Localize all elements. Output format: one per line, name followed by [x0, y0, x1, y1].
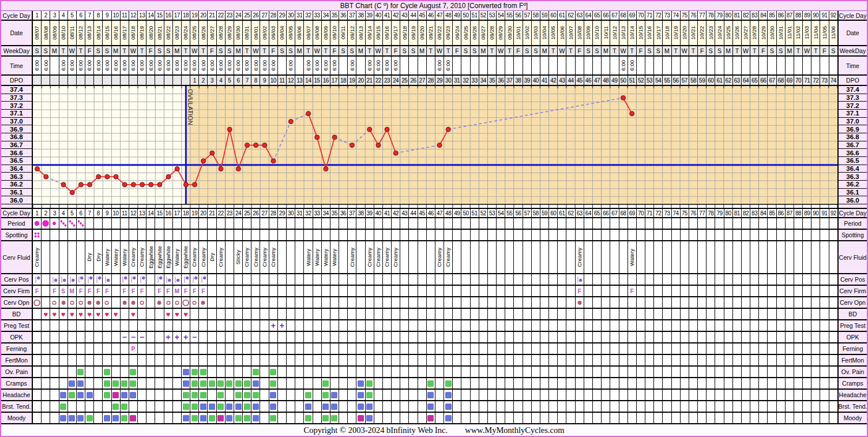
cerv-fluid-value: Eggwhite	[166, 246, 171, 268]
opk-cell	[287, 332, 295, 342]
ferning-cell	[59, 343, 68, 354]
site-link[interactable]: www.MyMonthlyCycles.com	[465, 425, 564, 435]
ov_pain-cell	[523, 367, 532, 377]
cerv_opn-cell	[234, 297, 243, 308]
ferning-cell	[619, 343, 628, 354]
bd-cell	[698, 309, 707, 319]
date-cell: 08/21	[155, 21, 164, 45]
period-cell	[374, 218, 383, 229]
cervix-openness-icon	[182, 298, 190, 307]
cerv_pos-cell	[356, 274, 365, 285]
cerv_firm-cell	[366, 286, 374, 296]
date-value: 08/12	[78, 26, 84, 40]
cerv_pos-cell	[269, 274, 278, 285]
cycleday-cell: 63	[576, 209, 584, 217]
date-value: 10/20	[682, 26, 687, 40]
spotting-cell	[94, 230, 103, 240]
ov_pain-intensity-square	[200, 369, 206, 375]
date-value: 08/27	[209, 26, 215, 40]
weekday-cell: W	[68, 46, 77, 55]
weekday-cell: F	[820, 46, 829, 55]
preg_test-cell	[94, 320, 103, 331]
preg_test-cell	[42, 320, 50, 331]
cervix-firmness-value: M	[70, 288, 74, 294]
ferning-cell	[497, 343, 505, 354]
cerv_opn-cell	[610, 297, 619, 308]
opk-cell	[50, 332, 59, 342]
date-cell: 09/08	[313, 21, 322, 45]
cycleday-cell: 68	[619, 209, 628, 217]
ferning-cell	[488, 343, 497, 354]
opk-cell: −	[129, 332, 138, 342]
dpo-cell	[77, 76, 85, 85]
date-cell: 09/29	[497, 21, 505, 45]
moody-cell	[400, 413, 409, 423]
period-cell	[77, 218, 85, 229]
period-cell	[488, 218, 497, 229]
bd-cell	[523, 309, 532, 319]
dpo-cell	[164, 76, 173, 85]
spotting-cell	[505, 230, 514, 240]
cervix-openness-icon	[85, 298, 93, 307]
cramps-cell	[497, 378, 505, 389]
cycleday-cell: 25	[243, 11, 251, 20]
weekday-cell: W	[681, 46, 689, 55]
cerv_firm-cell	[602, 286, 610, 296]
spotting-cell	[322, 230, 330, 240]
moody-cell	[786, 413, 794, 423]
cerv_fluid-cell	[645, 241, 654, 273]
opk-cell	[715, 332, 724, 342]
headache-cell	[523, 390, 532, 400]
row-label-cerv-firm-right: Cerv Firm	[837, 286, 867, 296]
spotting-cell	[392, 230, 400, 240]
period-cell	[33, 218, 42, 229]
bd-cell: ♥	[77, 309, 85, 319]
date-cell: 08/29	[226, 21, 234, 45]
cervix-openness-icon	[50, 298, 58, 307]
moody-cell	[208, 413, 216, 423]
ov_pain-intensity-square	[183, 369, 189, 375]
fertmon-cell	[689, 355, 698, 365]
cerv-fluid-value: Creamy	[262, 248, 268, 267]
cerv_fluid-cell	[619, 241, 628, 273]
fertmon-cell	[400, 355, 409, 365]
bd-cell: ♥	[129, 309, 138, 319]
cycleday-cell: 46	[427, 209, 435, 217]
date-cell: 08/16	[112, 21, 121, 45]
cycleday-cell: 45	[418, 209, 427, 217]
preg_test-cell	[558, 320, 566, 331]
headache-intensity-square	[235, 392, 242, 398]
ferning-cell	[435, 343, 444, 354]
preg_test-cell	[698, 320, 707, 331]
brst_tend-intensity-square	[217, 404, 224, 410]
row-label-headache: Headache	[1, 390, 33, 400]
cycleday-cell: 22	[217, 11, 226, 20]
dpo-cell	[138, 76, 146, 85]
fertmon-cell	[549, 355, 558, 365]
moody-cell	[479, 413, 488, 423]
time-value: 6:00	[288, 60, 294, 71]
preg_test-cell	[566, 320, 575, 331]
period-cell	[129, 218, 138, 229]
intercourse-heart-icon: ♥	[175, 311, 179, 318]
date-cell: 10/23	[707, 21, 715, 45]
ov_pain-cell	[217, 367, 226, 377]
moody-cell	[619, 413, 628, 423]
cycleday-cell: 37	[348, 209, 356, 217]
fertmon-cell	[313, 355, 322, 365]
weekday-cell: W	[742, 46, 750, 55]
ov_pain-cell	[488, 367, 497, 377]
weekday-cell: T	[322, 46, 330, 55]
cerv_pos-cell	[418, 274, 427, 285]
date-value: 09/02	[262, 26, 268, 40]
brst_tend-cell	[278, 401, 287, 412]
cycleday-cell: 40	[374, 209, 383, 217]
cramps-cell	[759, 378, 768, 389]
time-cell: 6:00	[155, 57, 164, 74]
bd-cell	[689, 309, 698, 319]
headache-cell	[532, 390, 540, 400]
cerv_opn-cell	[409, 297, 418, 308]
cycleday-cell: 35	[330, 11, 339, 20]
cervix-firmness-value: F	[201, 288, 205, 294]
dpo-cell: 26	[409, 76, 418, 85]
